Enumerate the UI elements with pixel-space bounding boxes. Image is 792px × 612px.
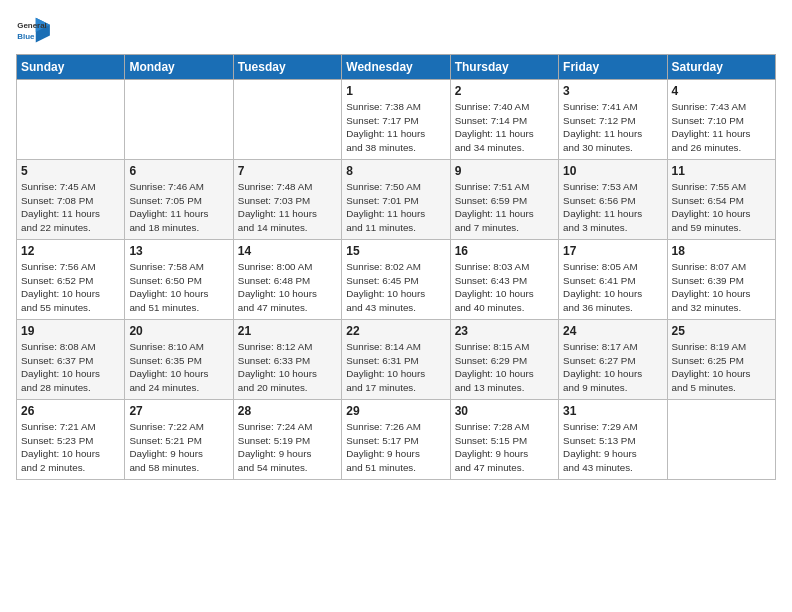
day-number: 15 [346,244,445,258]
calendar-cell: 4Sunrise: 7:43 AMSunset: 7:10 PMDaylight… [667,80,775,160]
day-info: Sunrise: 7:53 AMSunset: 6:56 PMDaylight:… [563,180,662,235]
day-info: Sunrise: 7:38 AMSunset: 7:17 PMDaylight:… [346,100,445,155]
day-info: Sunrise: 7:26 AMSunset: 5:17 PMDaylight:… [346,420,445,475]
day-info: Sunrise: 7:24 AMSunset: 5:19 PMDaylight:… [238,420,337,475]
calendar-cell: 14Sunrise: 8:00 AMSunset: 6:48 PMDayligh… [233,240,341,320]
calendar-cell: 7Sunrise: 7:48 AMSunset: 7:03 PMDaylight… [233,160,341,240]
weekday-header: Thursday [450,55,558,80]
calendar-cell: 10Sunrise: 7:53 AMSunset: 6:56 PMDayligh… [559,160,667,240]
day-info: Sunrise: 8:03 AMSunset: 6:43 PMDaylight:… [455,260,554,315]
day-info: Sunrise: 8:07 AMSunset: 6:39 PMDaylight:… [672,260,771,315]
day-info: Sunrise: 8:05 AMSunset: 6:41 PMDaylight:… [563,260,662,315]
day-number: 10 [563,164,662,178]
calendar-cell: 6Sunrise: 7:46 AMSunset: 7:05 PMDaylight… [125,160,233,240]
day-number: 25 [672,324,771,338]
day-number: 26 [21,404,120,418]
header: General Blue [16,16,776,46]
day-number: 6 [129,164,228,178]
day-number: 17 [563,244,662,258]
day-number: 30 [455,404,554,418]
day-number: 1 [346,84,445,98]
day-number: 31 [563,404,662,418]
day-info: Sunrise: 7:46 AMSunset: 7:05 PMDaylight:… [129,180,228,235]
day-info: Sunrise: 7:58 AMSunset: 6:50 PMDaylight:… [129,260,228,315]
day-number: 9 [455,164,554,178]
day-info: Sunrise: 7:43 AMSunset: 7:10 PMDaylight:… [672,100,771,155]
day-number: 4 [672,84,771,98]
day-info: Sunrise: 7:55 AMSunset: 6:54 PMDaylight:… [672,180,771,235]
day-info: Sunrise: 8:15 AMSunset: 6:29 PMDaylight:… [455,340,554,395]
svg-text:Blue: Blue [17,32,35,41]
calendar-cell: 1Sunrise: 7:38 AMSunset: 7:17 PMDaylight… [342,80,450,160]
day-number: 13 [129,244,228,258]
calendar-cell: 5Sunrise: 7:45 AMSunset: 7:08 PMDaylight… [17,160,125,240]
calendar-cell: 24Sunrise: 8:17 AMSunset: 6:27 PMDayligh… [559,320,667,400]
calendar-container: General Blue SundayMondayTuesdayWednesda… [0,0,792,490]
day-info: Sunrise: 7:56 AMSunset: 6:52 PMDaylight:… [21,260,120,315]
day-number: 12 [21,244,120,258]
calendar-cell: 15Sunrise: 8:02 AMSunset: 6:45 PMDayligh… [342,240,450,320]
calendar-cell: 26Sunrise: 7:21 AMSunset: 5:23 PMDayligh… [17,400,125,480]
calendar-cell: 20Sunrise: 8:10 AMSunset: 6:35 PMDayligh… [125,320,233,400]
day-info: Sunrise: 7:41 AMSunset: 7:12 PMDaylight:… [563,100,662,155]
day-number: 27 [129,404,228,418]
day-info: Sunrise: 8:00 AMSunset: 6:48 PMDaylight:… [238,260,337,315]
calendar-cell: 16Sunrise: 8:03 AMSunset: 6:43 PMDayligh… [450,240,558,320]
day-info: Sunrise: 8:14 AMSunset: 6:31 PMDaylight:… [346,340,445,395]
calendar-cell: 13Sunrise: 7:58 AMSunset: 6:50 PMDayligh… [125,240,233,320]
calendar-cell [17,80,125,160]
day-number: 22 [346,324,445,338]
day-number: 2 [455,84,554,98]
day-number: 11 [672,164,771,178]
day-number: 18 [672,244,771,258]
day-number: 21 [238,324,337,338]
calendar-cell: 31Sunrise: 7:29 AMSunset: 5:13 PMDayligh… [559,400,667,480]
day-info: Sunrise: 7:21 AMSunset: 5:23 PMDaylight:… [21,420,120,475]
calendar-cell: 2Sunrise: 7:40 AMSunset: 7:14 PMDaylight… [450,80,558,160]
day-number: 20 [129,324,228,338]
day-number: 28 [238,404,337,418]
day-info: Sunrise: 7:51 AMSunset: 6:59 PMDaylight:… [455,180,554,235]
day-info: Sunrise: 7:40 AMSunset: 7:14 PMDaylight:… [455,100,554,155]
day-number: 23 [455,324,554,338]
calendar-cell: 3Sunrise: 7:41 AMSunset: 7:12 PMDaylight… [559,80,667,160]
calendar-cell: 29Sunrise: 7:26 AMSunset: 5:17 PMDayligh… [342,400,450,480]
calendar-cell: 8Sunrise: 7:50 AMSunset: 7:01 PMDaylight… [342,160,450,240]
calendar-cell: 17Sunrise: 8:05 AMSunset: 6:41 PMDayligh… [559,240,667,320]
day-number: 14 [238,244,337,258]
calendar-week-row: 1Sunrise: 7:38 AMSunset: 7:17 PMDaylight… [17,80,776,160]
calendar-cell: 12Sunrise: 7:56 AMSunset: 6:52 PMDayligh… [17,240,125,320]
calendar-cell: 21Sunrise: 8:12 AMSunset: 6:33 PMDayligh… [233,320,341,400]
logo-icon: General Blue [16,16,52,46]
calendar-cell: 28Sunrise: 7:24 AMSunset: 5:19 PMDayligh… [233,400,341,480]
day-number: 5 [21,164,120,178]
calendar-cell [125,80,233,160]
calendar-week-row: 12Sunrise: 7:56 AMSunset: 6:52 PMDayligh… [17,240,776,320]
calendar-cell: 9Sunrise: 7:51 AMSunset: 6:59 PMDaylight… [450,160,558,240]
weekday-header: Saturday [667,55,775,80]
day-info: Sunrise: 7:48 AMSunset: 7:03 PMDaylight:… [238,180,337,235]
calendar-week-row: 5Sunrise: 7:45 AMSunset: 7:08 PMDaylight… [17,160,776,240]
calendar-cell: 19Sunrise: 8:08 AMSunset: 6:37 PMDayligh… [17,320,125,400]
weekday-header: Tuesday [233,55,341,80]
calendar-cell: 27Sunrise: 7:22 AMSunset: 5:21 PMDayligh… [125,400,233,480]
calendar-table: SundayMondayTuesdayWednesdayThursdayFrid… [16,54,776,480]
weekday-header: Sunday [17,55,125,80]
calendar-cell: 23Sunrise: 8:15 AMSunset: 6:29 PMDayligh… [450,320,558,400]
day-info: Sunrise: 8:10 AMSunset: 6:35 PMDaylight:… [129,340,228,395]
weekday-header: Monday [125,55,233,80]
day-info: Sunrise: 8:02 AMSunset: 6:45 PMDaylight:… [346,260,445,315]
calendar-cell: 30Sunrise: 7:28 AMSunset: 5:15 PMDayligh… [450,400,558,480]
weekday-header: Friday [559,55,667,80]
calendar-cell: 25Sunrise: 8:19 AMSunset: 6:25 PMDayligh… [667,320,775,400]
calendar-week-row: 19Sunrise: 8:08 AMSunset: 6:37 PMDayligh… [17,320,776,400]
calendar-cell: 11Sunrise: 7:55 AMSunset: 6:54 PMDayligh… [667,160,775,240]
day-info: Sunrise: 8:08 AMSunset: 6:37 PMDaylight:… [21,340,120,395]
day-info: Sunrise: 7:45 AMSunset: 7:08 PMDaylight:… [21,180,120,235]
day-info: Sunrise: 7:29 AMSunset: 5:13 PMDaylight:… [563,420,662,475]
day-number: 19 [21,324,120,338]
day-info: Sunrise: 7:50 AMSunset: 7:01 PMDaylight:… [346,180,445,235]
calendar-week-row: 26Sunrise: 7:21 AMSunset: 5:23 PMDayligh… [17,400,776,480]
calendar-cell: 18Sunrise: 8:07 AMSunset: 6:39 PMDayligh… [667,240,775,320]
day-info: Sunrise: 8:17 AMSunset: 6:27 PMDaylight:… [563,340,662,395]
